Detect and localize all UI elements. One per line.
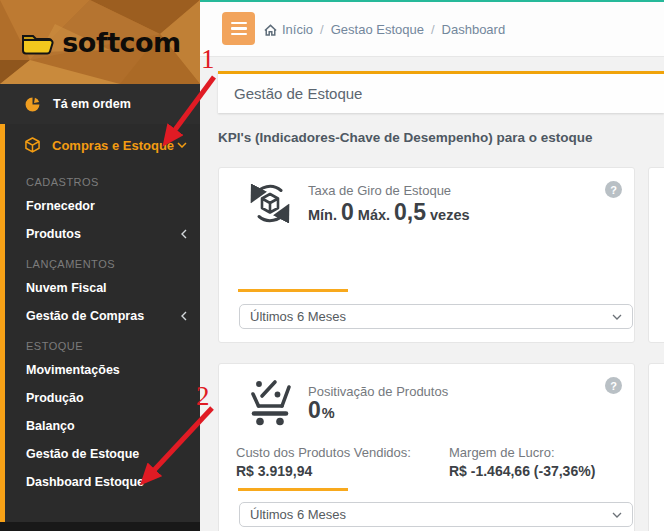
- sidebar-item-gestao-de-compras[interactable]: Gestão de Compras: [5, 302, 200, 330]
- cube-cycle-icon: [244, 179, 296, 231]
- stat-label: Custo dos Produtos Vendidos:: [236, 445, 449, 460]
- sidebar-item-produtos[interactable]: Produtos: [5, 220, 200, 248]
- period-select[interactable]: Últimos 6 Meses: [239, 304, 633, 329]
- topbar: Início / Gestao Estoque / Dashboard: [200, 2, 664, 57]
- sidebar-item-compras-e-estoque[interactable]: Compras e Estoque: [5, 124, 200, 166]
- sidebar-item-label: Produtos: [26, 227, 81, 241]
- period-select[interactable]: Últimos 6 Meses: [239, 502, 633, 527]
- kpi-value: Mín.0Máx.0,5vezes: [308, 199, 474, 226]
- sidebar-active-section: Compras e Estoque CADASTROS Fornecedor P…: [0, 124, 200, 522]
- kpi-stats-row: Custo dos Produtos Vendidos: R$ 3.919,94…: [236, 445, 624, 479]
- app-screen: softcom Tá em ordem Compras e Estoque CA…: [0, 0, 664, 531]
- sidebar-item-label: Produção: [26, 391, 84, 405]
- kpi-card-taxa-de-giro: Taxa de Giro de Estoque Mín.0Máx.0,5veze…: [218, 167, 635, 343]
- percent-value: 0: [308, 397, 321, 423]
- chevron-down-icon: [612, 314, 622, 320]
- brand-logo[interactable]: softcom: [0, 0, 200, 84]
- stat-value: R$ -1.464,66 (-37,36%): [449, 463, 595, 479]
- adjacent-card-partial: [648, 363, 664, 531]
- breadcrumb: Início / Gestao Estoque / Dashboard: [264, 2, 505, 57]
- period-select-value: Últimos 6 Meses: [250, 309, 346, 324]
- sidebar-item-dashboard-estoque[interactable]: Dashboard Estoque: [5, 468, 200, 496]
- sidebar-item-label: Compras e Estoque: [52, 138, 174, 153]
- sidebar-item-balanco[interactable]: Balanço: [5, 412, 200, 440]
- stat-margem: Margem de Lucro: R$ -1.464,66 (-37,36%): [449, 445, 595, 479]
- breadcrumb-separator: /: [320, 22, 324, 37]
- percent-sign: %: [322, 405, 335, 421]
- period-select-value: Últimos 6 Meses: [250, 507, 346, 522]
- hamburger-icon: [231, 22, 247, 25]
- sidebar-item-nuvem-fiscal[interactable]: Nuvem Fiscal: [5, 274, 200, 302]
- page-title: Gestão de Estoque: [218, 74, 664, 113]
- main-content: Início / Gestao Estoque / Dashboard Gest…: [200, 0, 664, 531]
- stat-label: Margem de Lucro:: [449, 445, 595, 460]
- sidebar-item-label: Balanço: [26, 419, 75, 433]
- card-accent-underline: [238, 488, 348, 491]
- kpi-title: Taxa de Giro de Estoque: [308, 183, 451, 198]
- help-icon[interactable]: ?: [605, 377, 622, 394]
- folder-icon: [19, 28, 55, 56]
- sidebar-item-label: Dashboard Estoque: [26, 475, 144, 489]
- kpi-card-positivacao: Positivação de Produtos 0% ? Custo dos P…: [218, 363, 635, 531]
- unit-label: vezes: [430, 207, 470, 223]
- adjacent-card-partial: [648, 167, 664, 343]
- pie-chart-icon: [25, 97, 40, 112]
- sidebar-item-label: Movimentações: [26, 363, 120, 377]
- breadcrumb-dashboard[interactable]: Dashboard: [442, 22, 506, 37]
- breadcrumb-separator: /: [431, 22, 435, 37]
- card-accent-underline: [238, 289, 348, 292]
- sidebar-section-lancamentos: LANÇAMENTOS: [5, 248, 200, 274]
- min-value: 0: [341, 199, 354, 225]
- home-icon: [264, 24, 277, 36]
- chevron-left-icon: [181, 229, 187, 239]
- chevron-left-icon: [181, 311, 187, 321]
- breadcrumb-home[interactable]: Início: [264, 22, 313, 37]
- chevron-down-icon: [177, 142, 187, 148]
- sidebar-item-label: Nuvem Fiscal: [26, 281, 107, 295]
- sidebar-section-estoque: ESTOQUE: [5, 330, 200, 356]
- max-value: 0,5: [394, 199, 426, 225]
- help-icon[interactable]: ?: [605, 181, 622, 198]
- kpi-section-heading: KPI's (Indicadores-Chave de Desempenho) …: [218, 130, 593, 145]
- sidebar-item-movimentacoes[interactable]: Movimentações: [5, 356, 200, 384]
- sidebar-item-label: Fornecedor: [26, 199, 95, 213]
- sidebar-section-cadastros: CADASTROS: [5, 166, 200, 192]
- chevron-down-icon: [612, 512, 622, 518]
- sidebar-item-label: Gestão de Estoque: [26, 447, 139, 461]
- sidebar-item-label: Gestão de Compras: [26, 309, 144, 323]
- cube-icon: [25, 137, 40, 153]
- sidebar-item-ta-em-ordem[interactable]: Tá em ordem: [0, 84, 200, 124]
- stat-custo: Custo dos Produtos Vendidos: R$ 3.919,94: [236, 445, 449, 479]
- sidebar-item-producao[interactable]: Produção: [5, 384, 200, 412]
- min-label: Mín.: [308, 207, 337, 223]
- sidebar-footer: [0, 522, 200, 531]
- stat-value: R$ 3.919,94: [236, 463, 449, 479]
- max-label: Máx.: [358, 207, 390, 223]
- cart-percent-icon: [244, 375, 296, 427]
- page-title-panel: Gestão de Estoque: [218, 71, 664, 113]
- sidebar: softcom Tá em ordem Compras e Estoque CA…: [0, 0, 200, 531]
- menu-toggle-button[interactable]: [222, 12, 255, 45]
- sidebar-item-gestao-de-estoque[interactable]: Gestão de Estoque: [5, 440, 200, 468]
- breadcrumb-gestao-estoque[interactable]: Gestao Estoque: [331, 22, 424, 37]
- sidebar-item-fornecedor[interactable]: Fornecedor: [5, 192, 200, 220]
- brand-name: softcom: [62, 27, 180, 58]
- sidebar-item-label: Tá em ordem: [53, 97, 131, 111]
- kpi-value: 0%: [308, 397, 339, 424]
